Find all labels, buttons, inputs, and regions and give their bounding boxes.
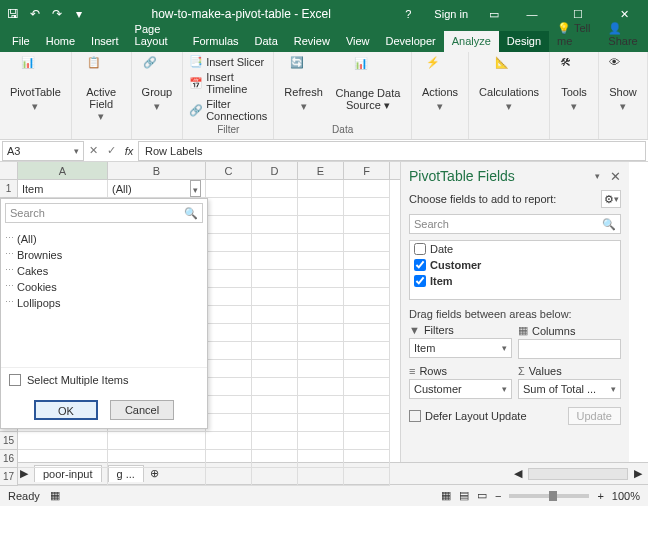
pane-dropdown-icon[interactable]: ▾ (595, 171, 600, 181)
qat-more-icon[interactable]: ▾ (72, 7, 86, 21)
filter-item-list: (All) Brownies Cakes Cookies Lollipops (1, 227, 207, 367)
zoom-in-icon[interactable]: + (597, 490, 603, 502)
tab-home[interactable]: Home (38, 31, 83, 52)
ribbon: 📊PivotTable▾ 📋Active Field▾ 🔗Group▾ 📑 In… (0, 52, 648, 140)
enter-formula-icon[interactable]: ✓ (102, 144, 120, 157)
view-page-break-icon[interactable]: ▭ (477, 489, 487, 502)
zoom-slider[interactable] (509, 494, 589, 498)
col-header-b[interactable]: B (108, 162, 206, 179)
display-options-icon[interactable]: ▭ (482, 0, 506, 28)
field-list: Date Customer Item (409, 240, 621, 300)
col-header-a[interactable]: A (18, 162, 108, 179)
filter-search-input[interactable]: Search 🔍 (5, 203, 203, 223)
values-area[interactable]: Sum of Total ...▾ (518, 379, 621, 399)
defer-layout-checkbox[interactable]: Defer Layout Update (409, 410, 527, 422)
col-header-d[interactable]: D (252, 162, 298, 179)
ribbon-tabs: File Home Insert Page Layout Formulas Da… (0, 28, 648, 52)
cancel-button[interactable]: Cancel (110, 400, 174, 420)
tab-developer[interactable]: Developer (378, 31, 444, 52)
calculations-button[interactable]: 📐Calculations▾ (473, 54, 545, 114)
tools-button[interactable]: 🛠Tools▾ (554, 54, 594, 114)
rows-area[interactable]: Customer▾ (409, 379, 512, 399)
pane-close-icon[interactable]: ✕ (610, 169, 621, 184)
pivottable-fields-pane: PivotTable Fields ▾ ✕ Choose fields to a… (400, 162, 629, 462)
filter-item[interactable]: Lollipops (17, 295, 199, 311)
cancel-formula-icon[interactable]: ✕ (84, 144, 102, 157)
pane-title: PivotTable Fields (409, 168, 515, 184)
formula-bar: A3▾ ✕ ✓ fx Row Labels (0, 140, 648, 162)
tab-view[interactable]: View (338, 31, 378, 52)
drag-label: Drag fields between areas below: (409, 308, 621, 320)
minimize-icon[interactable]: — (512, 0, 552, 28)
help-icon[interactable]: ? (396, 0, 420, 28)
pivottable-button[interactable]: 📊PivotTable▾ (4, 54, 67, 114)
horizontal-scrollbar[interactable] (528, 468, 628, 480)
filter-item[interactable]: Cookies (17, 279, 199, 295)
insert-slicer-button[interactable]: 📑 Insert Slicer (187, 54, 266, 69)
row-header[interactable]: 16 (0, 450, 18, 468)
filters-area-label: ▼ Filters (409, 324, 512, 336)
name-box[interactable]: A3▾ (2, 141, 84, 161)
zoom-level[interactable]: 100% (612, 490, 640, 502)
view-page-layout-icon[interactable]: ▤ (459, 489, 469, 502)
col-header-f[interactable]: F (344, 162, 390, 179)
zoom-out-icon[interactable]: − (495, 490, 501, 502)
quick-access-toolbar: 🖫 ↶ ↷ ▾ (0, 7, 86, 21)
data-group-label: Data (332, 124, 353, 137)
cell-b1[interactable]: (All)▾ (108, 180, 206, 198)
select-multiple-checkbox[interactable]: Select Multiple Items (1, 367, 207, 392)
filters-area[interactable]: Item▾ (409, 338, 512, 358)
update-button: Update (568, 407, 621, 425)
hscroll-left-icon[interactable]: ◀ (514, 467, 522, 480)
row-header[interactable]: 15 (0, 432, 18, 450)
status-ready: Ready (8, 490, 40, 502)
filter-item-all[interactable]: (All) (17, 231, 199, 247)
tab-design[interactable]: Design (499, 31, 549, 52)
worksheet-grid[interactable]: A B C D E F 1 Item (All)▾ 151617 Search … (0, 162, 400, 462)
undo-icon[interactable]: ↶ (28, 7, 42, 21)
tab-data[interactable]: Data (247, 31, 286, 52)
formula-input[interactable]: Row Labels (138, 141, 646, 161)
tell-me[interactable]: 💡 Tell me (549, 18, 600, 52)
field-customer[interactable]: Customer (410, 257, 620, 273)
tab-formulas[interactable]: Formulas (185, 31, 247, 52)
row-header[interactable]: 17 (0, 468, 18, 486)
redo-icon[interactable]: ↷ (50, 7, 64, 21)
fx-icon[interactable]: fx (120, 145, 138, 157)
rows-area-label: ≡ Rows (409, 365, 512, 377)
tab-file[interactable]: File (4, 31, 38, 52)
search-icon: 🔍 (184, 207, 198, 220)
tab-analyze[interactable]: Analyze (444, 31, 499, 52)
share-button[interactable]: 👤 Share (600, 18, 648, 52)
actions-button[interactable]: ⚡Actions▾ (416, 54, 464, 114)
filter-group-label: Filter (217, 124, 239, 137)
field-item[interactable]: Item (410, 273, 620, 289)
cell-a1[interactable]: Item (18, 180, 108, 198)
fields-search-input[interactable]: Search 🔍 (409, 214, 621, 234)
filter-item[interactable]: Brownies (17, 247, 199, 263)
tab-page-layout[interactable]: Page Layout (127, 19, 185, 52)
macro-record-icon[interactable]: ▦ (50, 489, 60, 502)
field-date[interactable]: Date (410, 241, 620, 257)
filter-item[interactable]: Cakes (17, 263, 199, 279)
group-button[interactable]: 🔗Group▾ (136, 54, 179, 114)
save-icon[interactable]: 🖫 (6, 7, 20, 21)
ok-button[interactable]: OK (34, 400, 98, 420)
show-button[interactable]: 👁Show▾ (603, 54, 643, 114)
hscroll-right-icon[interactable]: ▶ (634, 467, 642, 480)
tab-review[interactable]: Review (286, 31, 338, 52)
sign-in-link[interactable]: Sign in (426, 8, 476, 20)
change-data-source-button[interactable]: 📊Change Data Source ▾ (329, 54, 407, 114)
view-normal-icon[interactable]: ▦ (441, 489, 451, 502)
active-field-button[interactable]: 📋Active Field▾ (76, 54, 127, 124)
filter-dropdown: Search 🔍 (All) Brownies Cakes Cookies Lo… (0, 198, 208, 429)
values-area-label: Σ Values (518, 365, 621, 377)
refresh-button[interactable]: 🔄Refresh▾ (278, 54, 329, 114)
tab-insert[interactable]: Insert (83, 31, 127, 52)
col-header-c[interactable]: C (206, 162, 252, 179)
columns-area[interactable] (518, 339, 621, 359)
col-header-e[interactable]: E (298, 162, 344, 179)
gear-icon[interactable]: ⚙ ▾ (601, 190, 621, 208)
row-header-1[interactable]: 1 (0, 180, 18, 198)
insert-timeline-button[interactable]: 📅 Insert Timeline (187, 70, 269, 96)
